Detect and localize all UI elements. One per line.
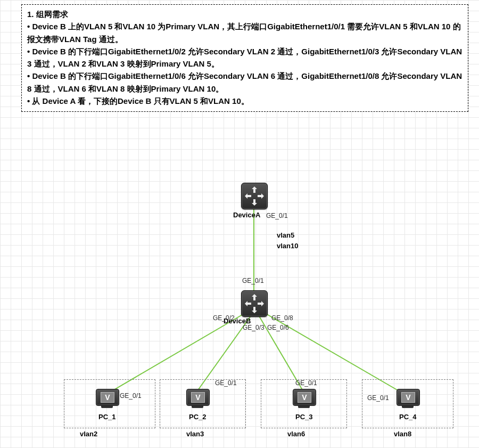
pc1-port: GE_0/1 — [120, 392, 142, 400]
device-b-port-up: GE_0/1 — [242, 277, 264, 284]
device-b-port-08: GE_0/8 — [271, 314, 293, 322]
device-b-port-02: GE_0/2 — [213, 314, 235, 322]
pc3-label: PC_3 — [295, 413, 313, 421]
requirements-note: 1. 组网需求 • Device B 上的VLAN 5 和VLAN 10 为Pr… — [21, 4, 468, 112]
note-line-1: 1. 组网需求 — [27, 8, 463, 20]
trunk-vlan5-label: vlan5 — [277, 231, 294, 239]
diagram-canvas: 1. 组网需求 • Device B 上的VLAN 5 和VLAN 10 为Pr… — [0, 0, 479, 448]
note-line-5: • 从 Device A 看，下接的Device B 只有VLAN 5 和VLA… — [27, 95, 463, 107]
pc1-icon[interactable]: V — [96, 389, 118, 409]
device-a-label: DeviceA — [233, 211, 260, 219]
note-line-2: • Device B 上的VLAN 5 和VLAN 10 为Primary VL… — [27, 20, 463, 45]
device-a-port-down: GE_0/1 — [266, 212, 288, 219]
trunk-vlan10-label: vlan10 — [277, 242, 298, 250]
pc4-port: GE_0/1 — [367, 394, 389, 402]
pc2-icon[interactable]: V — [186, 389, 209, 409]
device-a-router-icon[interactable] — [241, 183, 268, 209]
pc3-icon[interactable]: V — [293, 389, 315, 409]
pc2-vlan: vlan3 — [186, 430, 204, 438]
pc1-vlan: vlan2 — [80, 430, 97, 438]
device-b-port-06: GE_0/6 — [267, 324, 289, 331]
pc2-port: GE_0/1 — [215, 379, 237, 387]
pc1-label: PC_1 — [98, 413, 116, 421]
pc2-label: PC_2 — [189, 413, 207, 421]
pc4-vlan: vlan8 — [394, 430, 411, 438]
pc4-label: PC_4 — [399, 413, 417, 421]
device-b-router-icon[interactable] — [241, 290, 268, 317]
pc3-port: GE_0/1 — [295, 379, 317, 387]
device-b-port-03: GE_0/3 — [243, 324, 265, 331]
note-line-4: • Device B 的下行端口GigabitEthernet1/0/6 允许S… — [27, 70, 463, 95]
pc4-icon[interactable]: V — [397, 389, 419, 409]
note-line-3: • Device B 的下行端口GigabitEthernet1/0/2 允许S… — [27, 45, 463, 70]
pc3-vlan: vlan6 — [287, 430, 305, 438]
